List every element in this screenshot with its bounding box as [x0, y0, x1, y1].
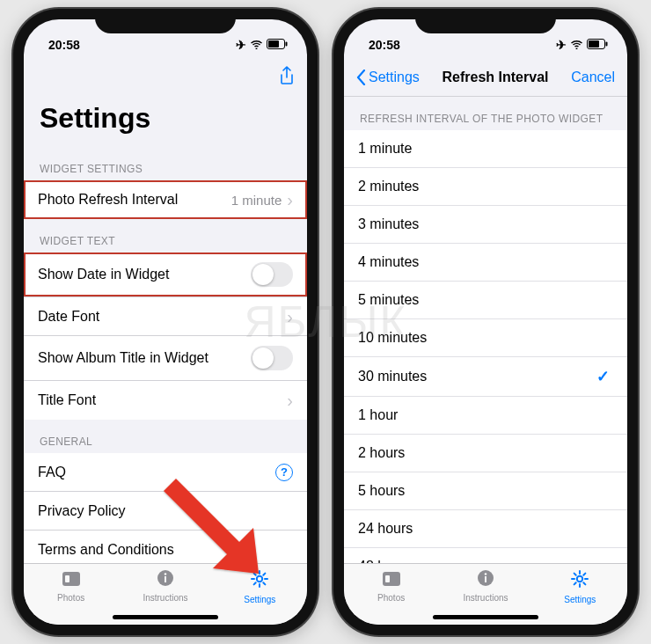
cell-label: Privacy Policy	[38, 503, 126, 519]
tab-instructions[interactable]: Instructions	[455, 569, 516, 603]
tab-label: Photos	[377, 593, 405, 603]
wifi-icon	[250, 38, 263, 52]
back-label: Settings	[369, 70, 420, 85]
options-list: 1 minute2 minutes3 minutes4 minutes5 min…	[344, 130, 627, 563]
option-label: 3 minutes	[358, 216, 419, 232]
option-label: 10 minutes	[358, 330, 427, 346]
option-label: 5 minutes	[358, 292, 419, 308]
section-header-widget-settings: WIDGET SETTINGS	[24, 147, 307, 180]
option-label: 4 minutes	[358, 254, 419, 270]
notch	[95, 9, 236, 33]
tab-settings[interactable]: Settings	[549, 569, 611, 604]
tab-label: Photos	[57, 593, 84, 603]
info-icon	[157, 569, 174, 591]
home-indicator[interactable]	[113, 615, 218, 619]
status-time: 20:58	[369, 38, 400, 52]
svg-rect-11	[606, 42, 608, 47]
svg-rect-1	[268, 40, 279, 48]
page-title: Settings	[24, 97, 307, 147]
option-row[interactable]: 48 hours	[344, 548, 627, 563]
cancel-button[interactable]: Cancel	[571, 70, 615, 85]
section-header-widget-text: WIDGET TEXT	[24, 219, 307, 252]
svg-point-8	[257, 576, 262, 582]
gear-icon	[570, 569, 589, 593]
tab-settings[interactable]: Settings	[229, 569, 290, 604]
tab-label: Instructions	[143, 593, 187, 603]
toggle-show-date[interactable]	[251, 262, 293, 287]
tab-label: Settings	[244, 595, 275, 604]
wifi-icon	[570, 38, 583, 52]
chevron-right-icon: ›	[287, 191, 293, 209]
nav-title: Refresh Interval	[443, 70, 549, 85]
option-row[interactable]: 24 hours	[344, 510, 627, 548]
checkmark-icon: ✓	[596, 367, 610, 386]
cell-photo-refresh-interval[interactable]: Photo Refresh Interval 1 minute ›	[24, 180, 307, 219]
cell-label: Terms and Conditions	[38, 542, 174, 558]
share-icon[interactable]	[279, 66, 295, 90]
option-row[interactable]: 1 minute	[344, 130, 627, 168]
option-label: 1 hour	[358, 407, 398, 423]
airplane-icon: ✈︎	[236, 38, 246, 52]
tab-label: Settings	[564, 595, 596, 604]
tab-label: Instructions	[463, 593, 508, 603]
nav-bar-right: Settings Refresh Interval Cancel	[344, 58, 627, 97]
svg-rect-2	[286, 42, 288, 47]
svg-rect-4	[65, 575, 69, 582]
battery-icon	[587, 38, 608, 52]
svg-rect-10	[589, 40, 599, 48]
option-row[interactable]: 10 minutes	[344, 319, 627, 357]
phone-right: 20:58 ✈︎ Settings Refresh Interval Cance…	[333, 9, 638, 635]
nav-bar-left	[24, 58, 307, 97]
cell-show-album[interactable]: Show Album Title in Widget	[24, 336, 307, 381]
section-header-refresh: REFRESH INTERVAL OF THE PHOTO WIDGET	[344, 97, 627, 130]
option-label: 2 hours	[358, 445, 405, 461]
phone-left: 20:58 ✈︎ Settings WIDGET SETTINGS	[13, 9, 318, 635]
cell-privacy[interactable]: Privacy Policy	[24, 492, 307, 531]
cell-value: 1 minute	[231, 193, 282, 208]
option-row[interactable]: 30 minutes✓	[344, 357, 627, 397]
cell-label: Date Font	[38, 309, 99, 325]
cell-date-font[interactable]: Date Font ›	[24, 297, 307, 336]
section-header-general: GENERAL	[24, 420, 307, 453]
option-label: 2 minutes	[358, 179, 419, 194]
photos-icon	[382, 569, 401, 591]
cell-label: FAQ	[38, 465, 66, 480]
status-icons: ✈︎	[556, 38, 608, 52]
toggle-show-album[interactable]	[251, 346, 293, 370]
option-row[interactable]: 2 hours	[344, 435, 627, 472]
cell-faq[interactable]: FAQ ?	[24, 453, 307, 492]
option-row[interactable]: 1 hour	[344, 397, 627, 435]
cell-label: Photo Refresh Interval	[38, 192, 178, 208]
photos-icon	[62, 569, 81, 591]
help-icon[interactable]: ?	[275, 464, 293, 481]
chevron-right-icon: ›	[287, 308, 293, 326]
option-row[interactable]: 4 minutes	[344, 244, 627, 282]
option-label: 30 minutes	[358, 369, 427, 384]
battery-icon	[267, 38, 288, 52]
option-label: 24 hours	[358, 521, 413, 537]
info-icon	[477, 569, 494, 591]
cell-label: Show Album Title in Widget	[38, 350, 208, 366]
option-row[interactable]: 2 minutes	[344, 168, 627, 206]
svg-point-7	[165, 573, 167, 575]
tab-photos[interactable]: Photos	[361, 569, 422, 603]
cell-title-font[interactable]: Title Font ›	[24, 381, 307, 420]
cell-terms[interactable]: Terms and Conditions	[24, 531, 307, 563]
tab-photos[interactable]: Photos	[40, 569, 102, 603]
home-indicator[interactable]	[433, 615, 538, 619]
tab-instructions[interactable]: Instructions	[135, 569, 196, 603]
option-label: 1 minute	[358, 141, 412, 157]
svg-point-17	[577, 576, 582, 582]
option-row[interactable]: 5 hours	[344, 472, 627, 510]
option-row[interactable]: 3 minutes	[344, 206, 627, 244]
chevron-right-icon: ›	[287, 392, 293, 409]
option-label: 5 hours	[358, 483, 405, 499]
cell-show-date[interactable]: Show Date in Widget	[24, 252, 307, 297]
notch	[415, 9, 556, 33]
back-button[interactable]: Settings	[356, 70, 420, 85]
svg-point-16	[485, 573, 487, 575]
svg-rect-15	[485, 576, 486, 582]
status-time: 20:58	[48, 38, 80, 52]
airplane-icon: ✈︎	[556, 38, 567, 52]
option-row[interactable]: 5 minutes	[344, 282, 627, 319]
